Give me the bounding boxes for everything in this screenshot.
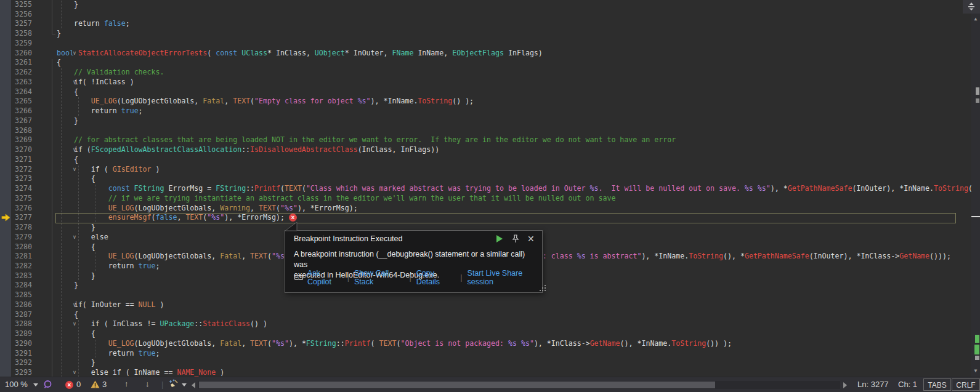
line-number[interactable]: 3262 bbox=[11, 68, 36, 78]
line-number[interactable]: 3289 bbox=[11, 329, 36, 339]
code-line-3256[interactable]: 3256 bbox=[11, 10, 971, 20]
code-line-3264[interactable]: 3264{ bbox=[11, 87, 971, 97]
horizontal-scrollbar[interactable] bbox=[198, 381, 840, 389]
line-number[interactable]: 3286 bbox=[11, 300, 36, 310]
code-line-3267[interactable]: 3267} bbox=[11, 116, 971, 126]
line-number[interactable]: 3285 bbox=[11, 290, 36, 300]
ask-copilot-link[interactable]: Ask Copilot bbox=[307, 269, 342, 286]
code-line-3261[interactable]: 3261{ bbox=[11, 58, 971, 68]
line-number[interactable]: 3281 bbox=[11, 252, 36, 262]
code-line-3274[interactable]: 3274const FString ErrorMsg = FString::Pr… bbox=[11, 184, 971, 194]
zoom-level[interactable]: 100 % bbox=[5, 380, 28, 389]
code-line-3273[interactable]: 3273{ bbox=[11, 174, 971, 184]
start-live-share-link[interactable]: Start Live Share session bbox=[468, 269, 542, 286]
code-line-3287[interactable]: 3287{ bbox=[11, 310, 971, 320]
error-badge-icon[interactable]: × bbox=[65, 381, 73, 389]
line-number[interactable]: 3258 bbox=[11, 29, 36, 39]
line-number[interactable]: 3264 bbox=[11, 87, 36, 97]
line-number[interactable]: 3261 bbox=[11, 58, 36, 68]
line-number[interactable]: 3276 bbox=[11, 204, 36, 214]
code-cleanup-icon[interactable] bbox=[169, 379, 179, 391]
code-line-3272[interactable]: 3272∨if ( GIsEditor ) bbox=[11, 165, 971, 175]
code-line-3289[interactable]: 3289{ bbox=[11, 329, 971, 339]
error-count[interactable]: 0 bbox=[76, 380, 81, 389]
code-cleanup-dropdown-icon[interactable] bbox=[182, 383, 187, 386]
code-line-3290[interactable]: 3290UE_LOG(LogUObjectGlobals, Fatal, TEX… bbox=[11, 339, 971, 349]
line-number[interactable]: 3280 bbox=[11, 242, 36, 252]
line-number[interactable]: 3282 bbox=[11, 262, 36, 271]
prev-issue-icon[interactable]: ↑ bbox=[124, 379, 129, 388]
code-line-3271[interactable]: 3271{ bbox=[11, 155, 971, 165]
code-line-3269[interactable]: 3269// for abstract classes that are bei… bbox=[11, 135, 971, 145]
zoom-dropdown-icon[interactable] bbox=[33, 383, 38, 386]
horizontal-scrollbar-thumb[interactable] bbox=[199, 382, 715, 388]
line-number[interactable]: 3255 bbox=[11, 0, 36, 10]
line-number[interactable]: 3287 bbox=[11, 310, 36, 320]
scroll-up-icon[interactable]: ▲ bbox=[971, 16, 980, 22]
code-line-3268[interactable]: 3268 bbox=[11, 126, 971, 136]
line-number[interactable]: 3271 bbox=[11, 155, 36, 165]
next-issue-icon[interactable]: ↓ bbox=[145, 379, 150, 388]
continue-play-icon[interactable] bbox=[495, 234, 504, 243]
code-line-3288[interactable]: 3288∨if ( InClass != UPackage::StaticCla… bbox=[11, 319, 971, 329]
vertical-scrollbar[interactable]: ▲ ▼ bbox=[971, 0, 980, 377]
line-ending-toggle[interactable]: CRLF bbox=[952, 378, 980, 391]
code-line-3263[interactable]: 3263∨if( !InClass ) bbox=[11, 78, 971, 87]
code-line-3276[interactable]: 3276UE_LOG(LogUObjectGlobals, Warning, T… bbox=[11, 204, 971, 214]
line-number[interactable]: 3290 bbox=[11, 339, 36, 349]
code-line-3260[interactable]: 3260∨bool StaticAllocateObjectErrorTests… bbox=[11, 49, 971, 58]
close-icon[interactable]: ✕ bbox=[527, 234, 536, 243]
line-number[interactable]: 3265 bbox=[11, 97, 36, 106]
code-line-3257[interactable]: 3257return false; bbox=[11, 19, 971, 29]
line-number[interactable]: 3284 bbox=[11, 281, 36, 290]
line-number[interactable]: 3259 bbox=[11, 39, 36, 49]
code-line-3266[interactable]: 3266return true; bbox=[11, 106, 971, 116]
line-number[interactable]: 3266 bbox=[11, 106, 36, 116]
line-number[interactable]: 3257 bbox=[11, 19, 36, 29]
line-number[interactable]: 3260 bbox=[11, 49, 36, 58]
show-call-stack-link[interactable]: Show Call Stack bbox=[354, 269, 405, 286]
split-editor-handle[interactable] bbox=[963, 0, 980, 14]
document-health-icon[interactable] bbox=[43, 380, 52, 391]
line-number[interactable]: 3274 bbox=[11, 184, 36, 194]
code-line-3265[interactable]: 3265UE_LOG(LogUObjectGlobals, Fatal, TEX… bbox=[11, 97, 971, 106]
code-line-3270[interactable]: 3270∨if (FScopedAllowAbstractClassAlloca… bbox=[11, 145, 971, 155]
code-line-3258[interactable]: 3258} bbox=[11, 29, 971, 39]
line-number[interactable]: 3279 bbox=[11, 233, 36, 242]
line-number[interactable]: 3292 bbox=[11, 358, 36, 368]
code-line-3286[interactable]: 3286∨if( InOuter == NULL ) bbox=[11, 300, 971, 310]
hscroll-right-icon[interactable] bbox=[843, 382, 847, 388]
line-number[interactable]: 3256 bbox=[11, 10, 36, 20]
pin-icon[interactable] bbox=[511, 234, 520, 243]
code-line-3291[interactable]: 3291return true; bbox=[11, 349, 971, 359]
line-number[interactable]: 3278 bbox=[11, 223, 36, 233]
warning-icon[interactable] bbox=[91, 380, 100, 390]
hscroll-left-icon[interactable] bbox=[192, 382, 195, 388]
code-line-3259[interactable]: 3259 bbox=[11, 39, 971, 49]
copy-details-link[interactable]: Copy Details bbox=[416, 269, 456, 286]
line-number[interactable]: 3273 bbox=[11, 174, 36, 184]
line-number[interactable]: 3293 bbox=[11, 368, 36, 377]
scroll-down-icon[interactable]: ▼ bbox=[971, 368, 980, 374]
line-number[interactable]: 3275 bbox=[11, 194, 36, 204]
line-number[interactable]: 3272 bbox=[11, 165, 36, 175]
line-number[interactable]: 3268 bbox=[11, 126, 36, 136]
dialog-resize-grip[interactable] bbox=[540, 290, 541, 291]
warning-count[interactable]: 3 bbox=[102, 380, 107, 389]
code-line-3275[interactable]: 3275// if we are trying instantiate an a… bbox=[11, 194, 971, 204]
line-number[interactable]: 3277 bbox=[11, 213, 36, 223]
tabs-mode-toggle[interactable]: TABS bbox=[923, 378, 951, 391]
code-area[interactable]: 3255}32563257return false;3258}32593260∨… bbox=[11, 0, 971, 377]
line-number[interactable]: 3269 bbox=[11, 135, 36, 145]
code-line-3292[interactable]: 3292} bbox=[11, 358, 971, 368]
line-number[interactable]: 3270 bbox=[11, 145, 36, 155]
line-number[interactable]: 3288 bbox=[11, 319, 36, 329]
line-number[interactable]: 3291 bbox=[11, 349, 36, 359]
code-line-3255[interactable]: 3255} bbox=[11, 0, 971, 10]
code-line-3293[interactable]: 3293∨else if ( InName == NAME_None ) bbox=[11, 368, 971, 377]
breakpoint-gutter[interactable] bbox=[0, 0, 11, 377]
line-number[interactable]: 3283 bbox=[11, 271, 36, 281]
code-line-3262[interactable]: 3262// Validation checks. bbox=[11, 68, 971, 78]
line-number[interactable]: 3267 bbox=[11, 116, 36, 126]
line-number[interactable]: 3263 bbox=[11, 78, 36, 87]
